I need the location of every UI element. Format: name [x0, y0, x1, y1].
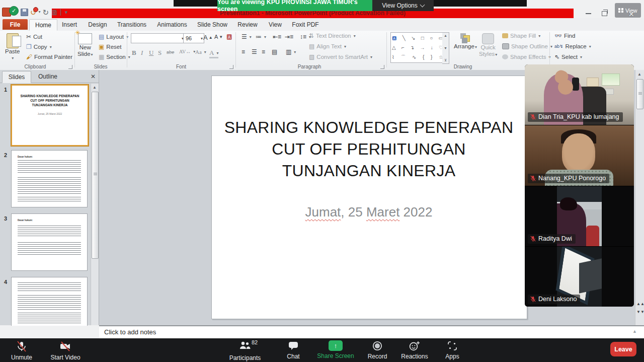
columns-button[interactable]: ▥▾ — [286, 49, 296, 55]
tab-transitions[interactable]: Transitions — [113, 19, 151, 30]
paste-button[interactable]: Paste▾ — [5, 33, 20, 61]
leave-button[interactable]: Leave — [610, 342, 636, 356]
align-left-button[interactable]: ≡ — [242, 49, 245, 55]
next-slide-button[interactable]: ▼▼ — [636, 310, 642, 314]
chat-button[interactable]: Chat — [280, 340, 307, 360]
slides-panel-scrollbar[interactable]: ▲ — [91, 84, 99, 325]
section-button[interactable]: ▦Section▾ — [99, 54, 130, 60]
previous-slide-button[interactable]: ▲▲ — [636, 302, 642, 306]
new-slide-button[interactable]: New Slide▾ — [77, 33, 93, 58]
align-text-button[interactable]: ▤Align Text▾ — [309, 43, 346, 49]
align-center-button[interactable]: ☰ — [252, 49, 257, 55]
numbering-button[interactable]: ≔▾ — [256, 34, 266, 40]
zoom-view-button[interactable]: View — [615, 3, 641, 18]
cut-button[interactable]: ✂Cut — [26, 34, 42, 40]
convert-smartart-button[interactable]: ▧Convert to SmartArt▾ — [309, 54, 372, 60]
character-spacing-button[interactable]: AV↔▾ — [179, 49, 195, 54]
ribbon-tab-row: File Home Insert Design Transitions Anim… — [0, 18, 644, 31]
tab-outline[interactable]: Outline — [32, 71, 63, 82]
tab-insert[interactable]: Insert — [57, 19, 82, 30]
thumbnail-2-number: 2 — [4, 152, 7, 158]
increase-indent-button[interactable]: ⇥≡ — [285, 34, 293, 40]
record-button[interactable]: Record — [364, 340, 391, 360]
shapes-gallery-scrollbar[interactable]: ▲▼⊻ — [442, 32, 449, 64]
qat-customize-icon[interactable]: ▏▾ — [60, 10, 67, 15]
slide-date-textbox[interactable]: Jumat, 25 Maret 2022 — [211, 204, 526, 220]
tab-view[interactable]: View — [264, 19, 287, 30]
shape-fill-button[interactable]: Shape Fill▾ — [502, 33, 540, 39]
find-button[interactable]: 👓Find — [554, 33, 575, 39]
thumbnail-slide-1[interactable]: SHARING KNOWLEDGE PENERAPAN CUT OFF PERH… — [11, 85, 89, 146]
tab-home[interactable]: Home — [29, 19, 57, 31]
clear-formatting-button[interactable]: 🅰 — [226, 34, 232, 40]
tab-file[interactable]: File — [3, 19, 28, 30]
font-color-button[interactable]: A▾ — [209, 49, 218, 58]
participant-video-2[interactable]: Nanang_KPU Ponorogo — [525, 125, 634, 186]
minimize-button[interactable] — [586, 13, 591, 14]
tab-slide-show[interactable]: Slide Show — [193, 19, 231, 30]
replace-button[interactable]: ab↯Replace▾ — [554, 43, 591, 49]
tab-review[interactable]: Review — [232, 19, 263, 30]
undo-dropdown-icon[interactable]: ▾ — [39, 10, 41, 14]
reset-button[interactable]: ▣Reset — [99, 44, 121, 50]
font-dialog-launcher[interactable] — [229, 65, 233, 69]
participant-1-nameplate: Dian Tria_KPU kab lumajang — [528, 112, 623, 122]
close-panel-icon[interactable]: ✕ — [91, 73, 96, 80]
participant-video-3[interactable]: Raditya Dwi — [525, 186, 634, 247]
notes-scroll-up-icon[interactable]: ▲ — [632, 329, 637, 334]
tab-slides-thumbnails[interactable]: Slides — [2, 71, 31, 83]
underline-button[interactable]: U — [149, 49, 153, 57]
print-preview-icon[interactable]: 🗎 — [51, 9, 58, 16]
view-options-button[interactable]: View Options — [372, 0, 434, 11]
participants-button[interactable]: 82 Participants — [226, 340, 264, 361]
shadow-button[interactable]: S — [158, 49, 162, 57]
arrange-button[interactable]: Arrange▾ — [454, 33, 477, 50]
thumb1-date: Jumat, 25 Maret 2022 — [12, 112, 88, 115]
thumbnail-slide-3[interactable]: Dasar hukum: — [11, 213, 88, 271]
shapes-gallery[interactable]: 🅰╲↘□○▭ △⌐↴→↓♡ ⌇⌒∿{}☆ — [390, 32, 445, 63]
font-name-combo[interactable]: ▾ — [131, 33, 185, 43]
grow-font-button[interactable]: A▲ — [203, 34, 213, 41]
paragraph-dialog-launcher[interactable] — [380, 65, 384, 69]
font-size-combo[interactable]: 96▾ — [183, 33, 204, 43]
reactions-button[interactable]: Reactions — [398, 340, 431, 360]
tab-animations[interactable]: Animations — [152, 19, 192, 30]
text-direction-button[interactable]: ⇅Text Direction▾ — [309, 33, 356, 39]
undo-icon[interactable]: ↺ — [30, 9, 37, 16]
close-button[interactable]: ✕ — [628, 10, 634, 18]
shape-outline-button[interactable]: Shape Outline▾ — [502, 43, 552, 49]
bullets-button[interactable]: ☰▾ — [242, 34, 252, 40]
align-right-button[interactable]: ≡ — [262, 49, 265, 55]
slide-title-textbox[interactable]: SHARING KNOWLEDGE PENERAPAN CUT OFF PERH… — [211, 117, 526, 182]
notes-pane[interactable]: Click to add notes ▲ — [99, 326, 644, 338]
tab-design[interactable]: Design — [83, 19, 113, 30]
quick-styles-button[interactable]: Quick Styles▾ — [479, 33, 497, 58]
change-case-button[interactable]: Aa▾ — [195, 49, 206, 55]
select-button[interactable]: ⇖Select▾ — [554, 54, 582, 60]
restore-button[interactable] — [602, 11, 607, 16]
participant-video-4[interactable]: Deni Laksono — [525, 246, 634, 307]
shape-effects-button[interactable]: Shape Effects▾ — [502, 54, 550, 60]
shrink-font-button[interactable]: A▼ — [214, 34, 223, 40]
save-icon[interactable] — [21, 9, 28, 16]
tab-foxit-pdf[interactable]: Foxit PDF — [288, 19, 323, 30]
layout-button[interactable]: ▤Layout▾ — [99, 34, 128, 40]
participant-video-1[interactable]: Dian Tria_KPU kab lumajang — [525, 64, 634, 125]
clipboard-dialog-launcher[interactable] — [68, 65, 72, 69]
slide-canvas[interactable] — [211, 76, 527, 319]
unmute-button[interactable]: Unmute — [7, 340, 36, 361]
strikethrough-button[interactable]: abe — [167, 49, 174, 55]
copy-button[interactable]: ❐Copy▾ — [26, 44, 52, 50]
share-screen-button[interactable]: ↑ Share Screen — [314, 340, 357, 359]
format-painter-button[interactable]: 🖌Format Painter — [26, 54, 72, 60]
redo-icon[interactable]: ↻ — [43, 9, 49, 16]
thumbnail-slide-2[interactable]: Dasar hukum: — [11, 150, 88, 207]
italic-button[interactable]: I — [141, 49, 143, 57]
apps-button[interactable]: Apps — [440, 340, 465, 360]
thumbnail-slide-4[interactable] — [11, 277, 88, 326]
justify-button[interactable]: ▤ — [272, 49, 277, 55]
decrease-indent-button[interactable]: ⇤≡ — [273, 34, 281, 40]
start-video-button[interactable]: Start Video — [49, 340, 82, 361]
bold-button[interactable]: B — [132, 49, 136, 57]
main-scrollbar[interactable]: ▲ ▲▲ ▼▼ — [635, 70, 644, 325]
